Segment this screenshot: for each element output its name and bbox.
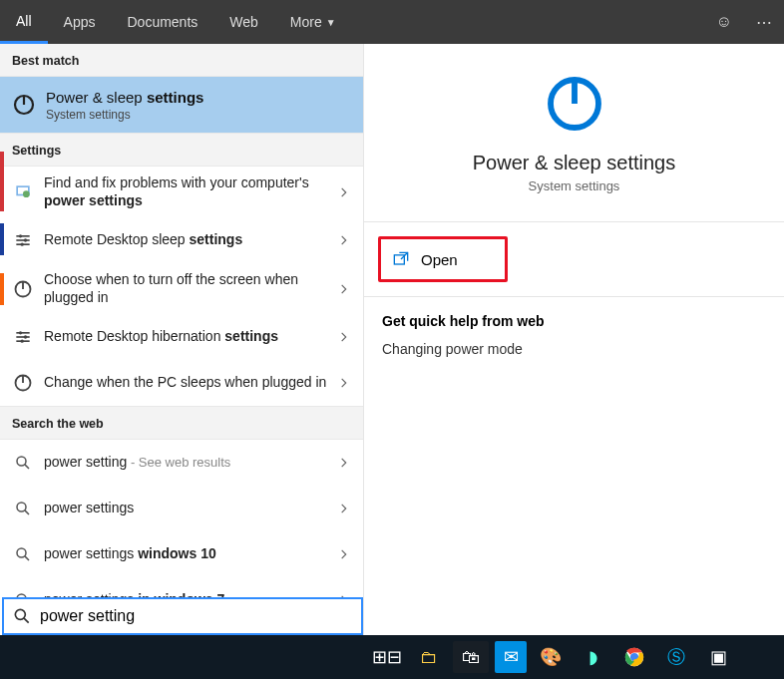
best-match-subtitle: System settings	[46, 108, 203, 122]
chevron-down-icon: ▼	[326, 17, 336, 28]
help-link-power-mode[interactable]: Changing power mode	[382, 341, 766, 357]
open-label: Open	[421, 251, 458, 268]
detail-subtitle: System settings	[364, 178, 784, 193]
power-icon	[12, 278, 34, 300]
open-icon	[391, 249, 411, 269]
result-text: power settings	[44, 500, 329, 517]
detail-title: Power & sleep settings	[364, 152, 784, 174]
quick-help-header: Get quick help from web	[382, 313, 766, 329]
power-icon	[12, 93, 36, 117]
chevron-right-icon	[329, 502, 351, 515]
svg-point-14	[23, 190, 30, 197]
sliders-icon	[12, 326, 34, 348]
result-text: power settings windows 10	[44, 545, 329, 563]
tab-web[interactable]: Web	[213, 0, 274, 44]
detail-hero: Power & sleep settings System settings	[364, 44, 784, 222]
paint-icon[interactable]: 🎨	[533, 641, 569, 673]
chevron-right-icon	[329, 233, 351, 247]
web-result-item[interactable]: power settings	[0, 486, 363, 531]
sliders-icon	[12, 229, 34, 251]
power-icon	[12, 372, 34, 394]
chevron-right-icon	[329, 330, 351, 344]
store-icon[interactable]: 🛍	[453, 641, 489, 673]
chevron-right-icon	[329, 456, 351, 470]
result-text: Remote Desktop hibernation settings	[44, 328, 329, 346]
chevron-right-icon	[329, 376, 351, 390]
taskview-icon[interactable]: ⊞⊟	[369, 641, 405, 673]
taskbar-app-icon[interactable]: ▣	[700, 641, 736, 673]
search-icon	[12, 606, 32, 626]
section-search-web: Search the web	[0, 406, 363, 440]
chrome-icon[interactable]	[616, 641, 652, 673]
chevron-right-icon	[329, 282, 351, 296]
tab-all[interactable]: All	[0, 0, 48, 44]
mail-icon[interactable]: ✉	[495, 641, 527, 673]
result-text: Change when the PC sleeps when plugged i…	[44, 374, 329, 392]
search-results-panel: Best match Power & sleep settings System…	[0, 44, 784, 635]
feedback-icon[interactable]: ☺	[704, 0, 744, 44]
tab-more[interactable]: More▼	[274, 0, 352, 44]
power-icon	[543, 72, 606, 136]
search-icon	[12, 543, 34, 565]
open-action[interactable]: Open	[378, 236, 508, 282]
more-options-icon[interactable]: ⋯	[744, 0, 784, 44]
search-icon	[12, 452, 34, 474]
settings-result-item[interactable]: Choose when to turn off the screen when …	[0, 263, 363, 314]
chevron-right-icon	[329, 185, 351, 199]
result-text: power setting - See web results	[44, 454, 329, 472]
result-text: Find and fix problems with your computer…	[44, 174, 329, 209]
search-filter-tabs: All Apps Documents Web More▼ ☺ ⋯	[0, 0, 784, 44]
tab-apps[interactable]: Apps	[48, 0, 112, 44]
result-text: Remote Desktop sleep settings	[44, 231, 329, 249]
sway-icon[interactable]: ◗	[575, 641, 610, 673]
taskbar: ⊞⊟ 🗀 🛍 ✉ 🎨 ◗ Ⓢ ▣	[0, 635, 784, 679]
tab-documents[interactable]: Documents	[111, 0, 213, 44]
search-icon	[12, 498, 34, 519]
best-match-item[interactable]: Power & sleep settings System settings	[0, 77, 363, 133]
detail-pane: Power & sleep settings System settings O…	[364, 44, 784, 635]
chevron-right-icon	[329, 547, 351, 561]
settings-result-item[interactable]: Change when the PC sleeps when plugged i…	[0, 360, 363, 406]
skype-icon[interactable]: Ⓢ	[658, 641, 694, 673]
web-result-item[interactable]: power setting - See web results	[0, 440, 363, 486]
best-match-title: Power & sleep settings	[46, 89, 203, 106]
search-box[interactable]	[2, 597, 363, 635]
quick-help-section: Get quick help from web Changing power m…	[364, 297, 784, 373]
results-list: Best match Power & sleep settings System…	[0, 44, 364, 635]
settings-result-item[interactable]: Find and fix problems with your computer…	[0, 167, 363, 217]
tab-more-label: More	[290, 14, 322, 30]
result-text: Choose when to turn off the screen when …	[44, 271, 329, 306]
web-result-item[interactable]: power settings windows 10	[0, 531, 363, 577]
section-best-match: Best match	[0, 44, 363, 77]
settings-result-item[interactable]: Remote Desktop hibernation settings	[0, 314, 363, 360]
search-input[interactable]	[40, 607, 353, 625]
section-settings: Settings	[0, 133, 363, 167]
troubleshoot-icon	[12, 181, 34, 203]
settings-result-item[interactable]: Remote Desktop sleep settings	[0, 217, 363, 263]
file-explorer-icon[interactable]: 🗀	[411, 641, 447, 673]
